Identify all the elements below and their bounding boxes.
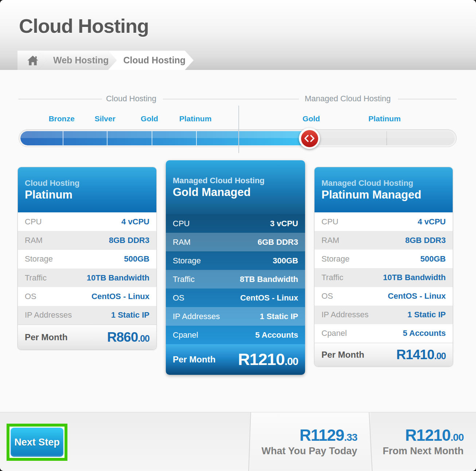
next-month-amount: R1210.00 (383, 427, 464, 443)
tier-label-managed-platinum[interactable]: Platinum (368, 114, 401, 123)
footer-bar: Next Step R1129.33 What You Pay Today R1… (0, 412, 476, 471)
card-spec-list: CPU4 vCPURAM8GB DDR3Storage500GBTraffic1… (18, 212, 156, 325)
price-row: Per MonthR860.00 (18, 325, 156, 349)
spec-label: Storage (173, 256, 201, 266)
spec-value: 5 Accounts (403, 329, 446, 338)
spec-value: 10TB Bandwidth (383, 273, 446, 282)
tier-label-cloud-platinum[interactable]: Platinum (179, 114, 212, 123)
card-header: Cloud HostingPlatinum (18, 167, 156, 212)
next-step-button[interactable]: Next Step (11, 428, 63, 457)
spec-value: 10TB Bandwidth (87, 273, 149, 283)
group-label-cloud-hosting: Cloud Hosting (106, 94, 156, 103)
spec-value: 500GB (124, 254, 149, 264)
price-amount: R1210.00 (238, 350, 298, 369)
price-cents: .00 (434, 351, 446, 361)
price-amount: R860.00 (107, 330, 149, 345)
pay-today-block: R1129.33 What You Pay Today (261, 427, 357, 456)
breadcrumb-web-hosting[interactable]: Web Hosting (38, 51, 117, 70)
spec-value: CentOS - Linux (91, 292, 149, 301)
plan-slider-track[interactable] (19, 129, 457, 147)
spec-row-ip-addresses: IP Addresses1 Static IP (315, 306, 453, 324)
page-title: Cloud Hosting (19, 15, 149, 37)
price-row: Per MonthR1410.00 (315, 343, 453, 366)
spec-row-os: OSCentOS - Linux (166, 289, 305, 307)
breadcrumb-label: Cloud Hosting (123, 55, 186, 66)
section-divider-line (238, 106, 239, 153)
next-month-block: R1210.00 From Next Month (383, 427, 464, 456)
tier-label-cloud-silver[interactable]: Silver (94, 114, 115, 123)
spec-label: RAM (25, 236, 43, 245)
tier-label-cloud-bronze[interactable]: Bronze (48, 114, 74, 123)
cloud-hosting-page: Cloud Hosting Web Hosting Cloud Hosting … (0, 0, 476, 471)
spec-value: 8TB Bandwidth (240, 275, 298, 284)
slider-handle[interactable] (299, 128, 320, 149)
plan-card-platinum[interactable]: Cloud HostingPlatinumCPU4 vCPURAM8GB DDR… (17, 167, 157, 350)
spec-value: 8GB DDR3 (405, 236, 446, 245)
spec-row-cpu: CPU4 vCPU (18, 212, 156, 231)
annotation-inner: Next Step (9, 427, 65, 458)
spec-row-ram: RAM8GB DDR3 (18, 231, 156, 250)
annotation-highlight: Next Step (7, 424, 67, 461)
spec-value: CentOS - Linux (388, 291, 446, 301)
spec-row-storage: Storage500GB (18, 250, 156, 268)
spec-label: OS (25, 292, 36, 301)
spec-value: 300GB (273, 256, 298, 266)
spec-value: 4 vCPU (121, 217, 149, 227)
group-label-managed-cloud-hosting: Managed Cloud Hosting (305, 94, 391, 103)
next-month-label: From Next Month (383, 446, 464, 456)
breadcrumb-label: Web Hosting (53, 55, 109, 66)
price-cents: .00 (138, 333, 149, 344)
card-plan-name: Gold Managed (173, 185, 305, 199)
spec-row-os: OSCentOS - Linux (18, 287, 156, 306)
tier-label-cloud-gold[interactable]: Gold (141, 114, 158, 123)
next-month-cents: .00 (450, 432, 464, 443)
home-icon (27, 55, 39, 66)
spec-value: 500GB (420, 254, 446, 264)
spec-label: RAM (173, 238, 191, 247)
card-category: Cloud Hosting (25, 178, 156, 188)
spec-label: Traffic (321, 273, 343, 282)
price-label: Per Month (25, 332, 67, 342)
spec-row-os: OSCentOS - Linux (315, 287, 453, 306)
spec-label: RAM (321, 236, 339, 245)
spec-value: 6GB DDR3 (258, 238, 298, 247)
tier-label-managed-gold[interactable]: Gold (303, 114, 320, 123)
spec-row-traffic: Traffic10TB Bandwidth (18, 268, 156, 287)
card-category: Managed Cloud Hosting (321, 178, 453, 188)
slider-tick (63, 131, 63, 145)
slider-tick (386, 131, 387, 145)
spec-value: 1 Static IP (111, 310, 149, 320)
spec-value: 4 vCPU (418, 217, 446, 227)
spec-row-cpu: CPU3 vCPU (166, 214, 305, 233)
spec-label: Storage (321, 254, 350, 264)
price-cents: .00 (285, 356, 298, 367)
spec-value: 8GB DDR3 (109, 236, 149, 245)
spec-label: IP Addresses (173, 312, 220, 321)
slider-tick (196, 131, 197, 145)
pay-today-amount: R1129.33 (261, 427, 357, 443)
spec-row-cpanel: Cpanel5 Accounts (315, 324, 453, 343)
breadcrumb: Web Hosting Cloud Hosting (17, 51, 194, 70)
slider-fill (20, 131, 309, 145)
spec-label: Storage (25, 254, 53, 264)
card-spec-list: CPU4 vCPURAM8GB DDR3Storage500GBTraffic1… (315, 212, 453, 343)
group-divider-line (163, 99, 299, 99)
spec-label: Traffic (25, 273, 47, 283)
left-right-arrows-icon (304, 134, 315, 142)
spec-row-traffic: Traffic10TB Bandwidth (315, 268, 453, 287)
breadcrumb-cloud-hosting[interactable]: Cloud Hosting (108, 51, 194, 70)
spec-value: CentOS - Linux (240, 293, 298, 303)
group-divider-line (398, 99, 457, 99)
card-plan-name: Platinum (25, 188, 156, 201)
spec-row-ram: RAM8GB DDR3 (315, 231, 453, 250)
page-header: Cloud Hosting Web Hosting Cloud Hosting (0, 0, 476, 70)
plan-card-gold-managed[interactable]: Managed Cloud HostingGold ManagedCPU3 vC… (166, 160, 305, 375)
pay-today-cents: .33 (344, 432, 357, 443)
plan-card-platinum-managed[interactable]: Managed Cloud HostingPlatinum ManagedCPU… (314, 167, 453, 366)
slider-track-inner (20, 131, 455, 145)
spec-label: Cpanel (173, 330, 198, 340)
slider-tick (152, 131, 152, 145)
slider-handle-knob (301, 130, 318, 147)
card-header: Managed Cloud HostingPlatinum Managed (315, 167, 453, 212)
spec-row-storage: Storage300GB (166, 251, 305, 270)
